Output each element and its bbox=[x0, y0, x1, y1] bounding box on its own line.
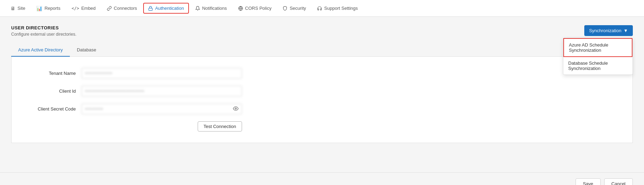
test-connection-button[interactable]: Test Connection bbox=[198, 121, 242, 131]
nav-item-notifications[interactable]: Notifications bbox=[190, 3, 232, 14]
nav-label-cors: CORS Policy bbox=[245, 6, 272, 11]
tenant-name-input-wrap bbox=[81, 68, 242, 79]
section-title: USER DIRECTORIES bbox=[11, 25, 633, 30]
nav-item-site[interactable]: 🖥 Site bbox=[6, 3, 30, 14]
nav-label-site: Site bbox=[17, 6, 25, 11]
client-id-label: Client Id bbox=[25, 88, 81, 94]
client-secret-input-wrap bbox=[81, 104, 242, 114]
form-container: Tenant Name Client Id Client Secret Code bbox=[11, 57, 633, 143]
security-icon bbox=[283, 6, 287, 11]
client-secret-input[interactable] bbox=[81, 104, 242, 114]
connectors-icon bbox=[107, 6, 112, 11]
client-id-input-wrap bbox=[81, 86, 242, 97]
chevron-down-icon: ▼ bbox=[623, 28, 628, 33]
client-secret-row: Client Secret Code bbox=[25, 104, 619, 114]
nav-item-support-settings[interactable]: Support Settings bbox=[312, 3, 363, 14]
sync-dropdown-item-azure[interactable]: Azure AD Schedule Synchronization bbox=[563, 38, 632, 57]
nav-label-notifications: Notifications bbox=[202, 6, 227, 11]
site-icon: 🖥 bbox=[10, 6, 15, 11]
nav-item-authentication[interactable]: Authentication bbox=[143, 3, 189, 14]
reports-icon: 📊 bbox=[36, 6, 42, 11]
tab-azure-active-directory[interactable]: Azure Active Directory bbox=[11, 44, 70, 57]
svg-point-3 bbox=[235, 108, 236, 109]
authentication-icon bbox=[148, 6, 153, 11]
sync-container: Synchronization ▼ Azure AD Schedule Sync… bbox=[584, 25, 633, 36]
section-subtitle: Configure external user directories. bbox=[11, 32, 633, 37]
sync-dropdown-item-database[interactable]: Database Schedule Synchronization bbox=[563, 57, 632, 74]
client-id-input[interactable] bbox=[81, 86, 242, 97]
tenant-name-input[interactable] bbox=[81, 68, 242, 79]
tenant-name-row: Tenant Name bbox=[25, 68, 619, 79]
client-secret-label: Client Secret Code bbox=[25, 106, 81, 112]
nav-label-reports: Reports bbox=[44, 6, 60, 11]
support-icon bbox=[317, 6, 322, 11]
cors-icon bbox=[238, 6, 243, 11]
sync-button[interactable]: Synchronization ▼ bbox=[584, 25, 633, 36]
cancel-button[interactable]: Cancel bbox=[604, 178, 633, 185]
bottom-bar: Save Cancel bbox=[0, 172, 644, 185]
nav-label-support: Support Settings bbox=[324, 6, 358, 11]
nav-item-cors-policy[interactable]: CORS Policy bbox=[233, 3, 277, 14]
sync-dropdown: Azure AD Schedule Synchronization Databa… bbox=[563, 38, 633, 75]
tenant-name-label: Tenant Name bbox=[25, 71, 81, 76]
top-navigation: 🖥 Site 📊 Reports </> Embed Connectors Au… bbox=[0, 0, 644, 17]
test-connection-row: Test Connection bbox=[25, 121, 242, 131]
nav-label-connectors: Connectors bbox=[114, 6, 137, 11]
sync-button-label: Synchronization bbox=[589, 28, 622, 33]
nav-label-authentication: Authentication bbox=[155, 6, 184, 11]
directory-tabs: Azure Active Directory Database bbox=[11, 44, 633, 57]
save-button[interactable]: Save bbox=[576, 178, 601, 185]
nav-item-embed[interactable]: </> Embed bbox=[67, 3, 101, 14]
svg-rect-0 bbox=[149, 8, 153, 10]
nav-item-reports[interactable]: 📊 Reports bbox=[31, 3, 65, 14]
notifications-icon bbox=[195, 6, 200, 11]
main-content: USER DIRECTORIES Configure external user… bbox=[0, 17, 644, 151]
tab-database[interactable]: Database bbox=[70, 44, 103, 57]
embed-icon: </> bbox=[72, 6, 79, 11]
nav-item-connectors[interactable]: Connectors bbox=[102, 3, 142, 14]
toggle-password-icon[interactable] bbox=[233, 106, 239, 112]
nav-label-embed: Embed bbox=[81, 6, 96, 11]
nav-item-security[interactable]: Security bbox=[278, 3, 311, 14]
client-id-row: Client Id bbox=[25, 86, 619, 97]
nav-label-security: Security bbox=[290, 6, 306, 11]
